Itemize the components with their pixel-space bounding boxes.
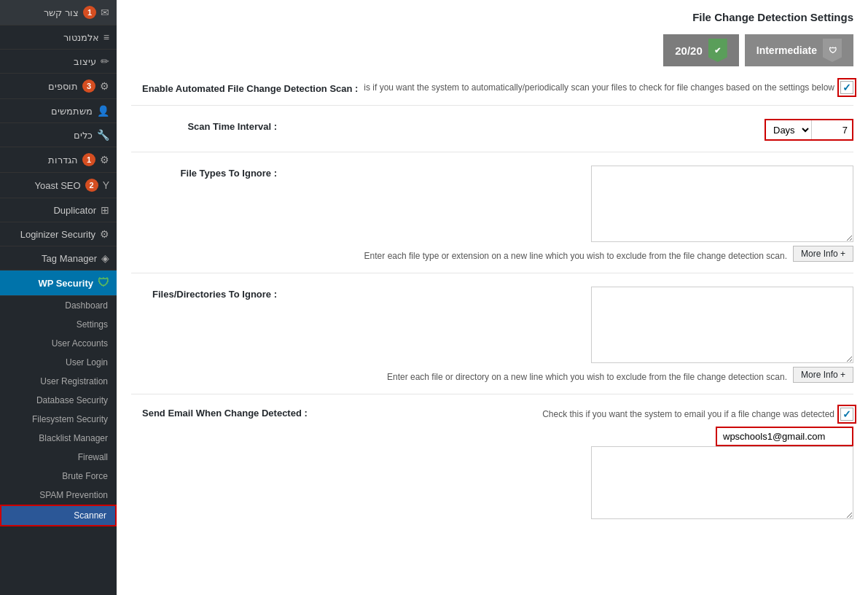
ribbon-green-icon: ✔ — [708, 39, 727, 62]
sub-menu-spam-prevention[interactable]: SPAM Prevention — [0, 486, 117, 505]
file-types-control: .Enter each file type or extension on a … — [277, 166, 853, 262]
files-dirs-ignore-row: Files/Directories To Ignore : .Enter eac… — [131, 287, 853, 394]
score-badge-intermediate: Intermediate 🛡 — [745, 34, 853, 66]
ribbon-gray-icon: 🛡 — [823, 39, 842, 62]
shield-icon: 🛡 — [98, 276, 109, 289]
sub-menu-user-login[interactable]: User Login — [0, 353, 117, 372]
sidebar-item-label: עיצוב — [74, 56, 96, 67]
send-email-label: Send Email When Change Detected : — [131, 408, 308, 419]
email-input-wrapper — [716, 427, 853, 446]
files-dirs-description: .Enter each file or directory on a new l… — [387, 372, 787, 382]
tagmanager-icon: ◈ — [101, 252, 109, 264]
sidebar-item-label: Duplicator — [53, 205, 96, 216]
auto-scan-checkbox[interactable] — [840, 81, 853, 94]
sidebar-item-tools[interactable]: כלים 🔧 — [0, 123, 117, 147]
file-types-ignore-row: File Types To Ignore : .Enter each file … — [131, 166, 853, 273]
file-types-more-info-button[interactable]: More Info + — [793, 246, 853, 262]
send-email-wrapper: Check this if you want the system to ema… — [308, 408, 853, 519]
sub-menu-brute-force[interactable]: Brute Force — [0, 467, 117, 486]
files-dirs-textarea[interactable] — [591, 287, 853, 363]
sidebar: צור קשר 1 ✉ אלמנטור ≡ עיצוב ✏ תוספים 3 ⚙… — [0, 0, 117, 595]
sidebar-item-wpsecurity[interactable]: WP Security 🛡 — [0, 271, 117, 296]
sub-menu-user-registration[interactable]: User Registration — [0, 372, 117, 391]
files-dirs-label: Files/Directories To Ignore : — [131, 287, 277, 300]
sub-menu-filesystem-security[interactable]: Filesystem Security — [0, 410, 117, 429]
compose-icon: ✉ — [101, 7, 109, 18]
sidebar-item-label: תוספים — [48, 81, 78, 92]
sidebar-item-users[interactable]: משתמשים 👤 — [0, 99, 117, 123]
sub-menu-label: Filesystem Security — [32, 414, 108, 424]
sidebar-item-label: צור קשר — [44, 7, 79, 18]
yoast-icon: Y — [103, 179, 109, 191]
sub-menu-scanner[interactable]: Scanner — [0, 505, 117, 526]
send-email-control: Check this if you want the system to ema… — [308, 408, 853, 519]
sidebar-item-label: Yoast SEO — [35, 180, 81, 191]
interval-number-input[interactable] — [812, 120, 852, 139]
sidebar-item-compose[interactable]: צור קשר 1 ✉ — [0, 0, 117, 26]
auto-scan-control: is if you want the system to automatical… — [358, 81, 853, 94]
elementor-icon: ≡ — [103, 31, 109, 43]
score-badge-green: 20/20 ✔ — [663, 34, 739, 66]
sub-menu-label: Settings — [77, 319, 108, 330]
sub-menu-dashboard[interactable]: Dashboard — [0, 296, 117, 315]
sub-menu-label: User Registration — [40, 376, 108, 386]
score-level: Intermediate — [756, 44, 817, 56]
sub-menu-label: User Accounts — [52, 338, 108, 349]
scan-interval-control: Days — [277, 119, 853, 141]
sidebar-item-loginizer[interactable]: Loginizer Security ⚙ — [0, 222, 117, 246]
file-types-description: .Enter each file type or extension on a … — [364, 251, 787, 261]
sidebar-item-design[interactable]: עיצוב ✏ — [0, 50, 117, 74]
files-dirs-textarea-container: .Enter each file or directory on a new l… — [277, 287, 853, 383]
badge-count: 3 — [82, 79, 95, 93]
settings-icon: ⚙ — [100, 154, 109, 166]
sidebar-item-duplicator[interactable]: Duplicator ⊞ — [0, 198, 117, 222]
sidebar-item-yoast[interactable]: Yoast SEO 2 Y — [0, 173, 117, 198]
files-dirs-more-info-row: .Enter each file or directory on a new l… — [387, 367, 853, 383]
sub-menu-label: User Login — [66, 357, 108, 368]
sidebar-item-tagmanager[interactable]: Tag Manager ◈ — [0, 246, 117, 271]
send-email-row: Send Email When Change Detected : Check … — [131, 408, 853, 530]
days-select[interactable]: Days — [766, 120, 812, 139]
sidebar-item-label: כלים — [74, 130, 93, 141]
sub-menu-database-security[interactable]: Database Security — [0, 391, 117, 410]
files-dirs-more-info-button[interactable]: More Info + — [793, 367, 853, 383]
sidebar-item-plugins[interactable]: תוספים 3 ⚙ — [0, 74, 117, 99]
sub-menu-blacklist-manager[interactable]: Blacklist Manager — [0, 429, 117, 448]
email-address-input[interactable] — [717, 428, 852, 445]
score-section: 20/20 ✔ Intermediate 🛡 — [131, 34, 853, 66]
auto-scan-row: Enable Automated File Change Detection S… — [131, 81, 853, 106]
sub-menu-label: Brute Force — [62, 471, 108, 481]
file-types-textarea[interactable] — [591, 166, 853, 242]
sub-menu-label: Blacklist Manager — [39, 433, 108, 443]
send-email-checkbox[interactable] — [840, 408, 853, 421]
sidebar-item-label: משתמשים — [51, 106, 93, 117]
send-email-top-row: Check this if you want the system to ema… — [542, 408, 853, 421]
sidebar-item-label: הגדרות — [48, 155, 78, 166]
send-email-textarea[interactable] — [591, 446, 853, 519]
sidebar-item-label: WP Security — [38, 278, 93, 289]
badge-count: 1 — [83, 6, 96, 19]
sub-menu-label: Firewall — [78, 452, 108, 462]
design-icon: ✏ — [101, 55, 109, 67]
file-types-more-info-row: .Enter each file type or extension on a … — [364, 246, 853, 262]
duplicator-icon: ⊞ — [101, 204, 109, 216]
auto-scan-description: is if you want the system to automatical… — [364, 82, 834, 93]
file-types-textarea-container: .Enter each file type or extension on a … — [277, 166, 853, 262]
badge-count: 2 — [85, 179, 98, 192]
loginizer-icon: ⚙ — [100, 228, 109, 240]
sub-menu-firewall[interactable]: Firewall — [0, 448, 117, 467]
sub-menu-settings[interactable]: Settings — [0, 315, 117, 334]
files-dirs-control: .Enter each file or directory on a new l… — [277, 287, 853, 383]
auto-scan-label: Enable Automated File Change Detection S… — [131, 81, 358, 94]
sub-menu-label: Scanner — [74, 510, 106, 521]
sub-menu-user-accounts[interactable]: User Accounts — [0, 334, 117, 353]
sub-menu-label: SPAM Prevention — [39, 490, 108, 500]
auto-scan-checkbox-wrapper — [840, 81, 853, 94]
users-icon: 👤 — [97, 105, 109, 117]
plugins-icon: ⚙ — [100, 80, 109, 92]
scan-interval-wrapper: Days — [765, 119, 853, 141]
file-types-label: File Types To Ignore : — [131, 166, 277, 179]
send-email-checkbox-wrapper — [840, 408, 853, 421]
sidebar-item-settings[interactable]: הגדרות 1 ⚙ — [0, 147, 117, 173]
sidebar-item-elementor[interactable]: אלמנטור ≡ — [0, 26, 117, 50]
